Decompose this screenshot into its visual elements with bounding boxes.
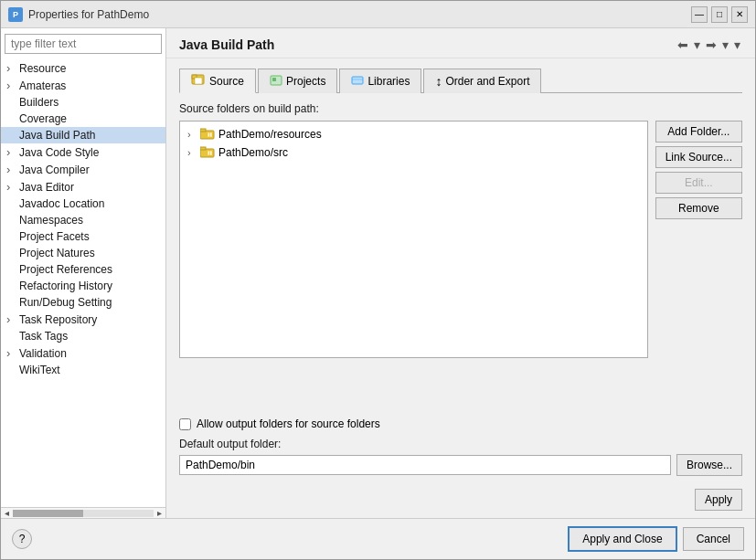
add-folder-button[interactable]: Add Folder...: [655, 121, 742, 143]
window-icon: P: [8, 7, 23, 22]
sidebar-item-java-compiler[interactable]: Java Compiler: [1, 161, 165, 178]
content-area: Source folders on build path: ›: [179, 102, 742, 476]
scroll-left-arrow[interactable]: ◂: [3, 508, 11, 518]
bottom-section: Allow output folders for source folders …: [179, 417, 742, 476]
output-row: Browse...: [179, 454, 742, 476]
side-buttons: Add Folder... Link Source... Edit... Rem…: [655, 121, 742, 408]
source-folders-label: Source folders on build path:: [179, 102, 742, 115]
sidebar-item-project-references[interactable]: Project References: [1, 261, 165, 278]
sidebar-item-resource[interactable]: Resource: [1, 59, 165, 77]
remove-button[interactable]: Remove: [655, 197, 742, 219]
source-tab-icon: [191, 73, 206, 89]
nav-arrows: ⬅ ▾ ➡ ▾ ▾: [676, 37, 742, 52]
apply-and-close-button[interactable]: Apply and Close: [568, 526, 676, 552]
edit-button[interactable]: Edit...: [655, 172, 742, 194]
scroll-right-arrow[interactable]: ▸: [155, 508, 164, 518]
allow-output-folders-checkbox[interactable]: [179, 418, 191, 430]
footer-left: ?: [12, 529, 32, 549]
tab-order-export[interactable]: ↕ Order and Export: [423, 69, 541, 93]
allow-output-folders-label: Allow output folders for source folders: [197, 417, 380, 430]
back-arrow-down-button[interactable]: ▾: [692, 37, 702, 52]
close-button[interactable]: ✕: [731, 6, 748, 23]
sidebar-item-javadoc-location[interactable]: Javadoc Location: [1, 195, 165, 212]
tab-source[interactable]: Source: [179, 69, 256, 93]
link-source-button[interactable]: Link Source...: [655, 146, 742, 168]
svg-rect-7: [352, 77, 363, 84]
tab-libraries[interactable]: Libraries: [339, 69, 421, 93]
sidebar-item-task-tags[interactable]: Task Tags: [1, 328, 165, 344]
back-arrow-button[interactable]: ⬅: [676, 37, 690, 52]
libraries-tab-label: Libraries: [367, 75, 410, 88]
forward-arrow-down-button[interactable]: ▾: [720, 37, 730, 52]
nav-list: ResourceAmaterasBuildersCoverageJava Bui…: [1, 59, 165, 507]
window-title: Properties for PathDemo: [28, 8, 691, 21]
sidebar-item-run-debug-settings[interactable]: Run/Debug Setting: [1, 294, 165, 311]
source-content: › PathDemo/resources: [179, 121, 742, 408]
sidebar-item-amateras[interactable]: Amateras: [1, 77, 165, 94]
apply-button[interactable]: Apply: [695, 489, 742, 511]
projects-tab-label: Projects: [286, 75, 325, 88]
panel-title: Java Build Path: [179, 37, 274, 52]
tree-item-resources[interactable]: › PathDemo/resources: [180, 125, 647, 143]
menu-arrow-button[interactable]: ▾: [732, 37, 742, 52]
sidebar: ResourceAmaterasBuildersCoverageJava Bui…: [1, 28, 166, 518]
sidebar-item-validation[interactable]: Validation: [1, 344, 165, 362]
maximize-button[interactable]: □: [711, 6, 728, 23]
svg-text:P: P: [13, 10, 18, 19]
main-content: ResourceAmaterasBuildersCoverageJava Bui…: [1, 28, 755, 518]
source-tree[interactable]: › PathDemo/resources: [179, 121, 648, 358]
panel-body: Source Projects: [166, 58, 755, 485]
tabs: Source Projects: [179, 68, 742, 93]
panel-header: Java Build Path ⬅ ▾ ➡ ▾ ▾: [166, 28, 755, 58]
default-output-input[interactable]: [179, 455, 671, 475]
forward-arrow-button[interactable]: ➡: [704, 37, 719, 52]
order-export-tab-icon: ↕: [435, 74, 442, 89]
cancel-button[interactable]: Cancel: [683, 527, 744, 551]
allow-output-folders-row: Allow output folders for source folders: [179, 417, 742, 430]
sidebar-item-project-facets[interactable]: Project Facets: [1, 228, 165, 245]
libraries-tab-icon: [351, 74, 364, 90]
scroll-thumb: [13, 510, 83, 517]
tree-expand-src: ›: [187, 147, 200, 158]
tree-expand-resources: ›: [187, 129, 200, 140]
sidebar-item-java-code-style[interactable]: Java Code Style: [1, 143, 165, 161]
sidebar-scrollbar[interactable]: ◂ ▸: [1, 507, 165, 518]
projects-tab-icon: [270, 74, 282, 90]
minimize-button[interactable]: —: [691, 6, 708, 23]
order-export-tab-label: Order and Export: [445, 75, 529, 88]
svg-rect-14: [200, 147, 206, 150]
svg-rect-4: [195, 78, 202, 84]
sidebar-item-java-editor[interactable]: Java Editor: [1, 178, 165, 195]
tree-item-src[interactable]: › PathDemo/src: [180, 143, 647, 162]
tree-item-resources-label: PathDemo/resources: [218, 128, 322, 141]
filter-input[interactable]: [5, 34, 162, 54]
folder-icon-src: [200, 145, 215, 160]
sidebar-item-project-natures[interactable]: Project Natures: [1, 245, 165, 261]
help-button[interactable]: ?: [12, 529, 32, 549]
folder-icon-resources: [200, 127, 215, 142]
svg-rect-10: [200, 129, 206, 132]
sidebar-item-task-repository[interactable]: Task Repository: [1, 311, 165, 328]
sidebar-item-refactoring-history[interactable]: Refactoring History: [1, 278, 165, 294]
sidebar-item-namespaces[interactable]: Namespaces: [1, 212, 165, 228]
title-bar: P Properties for PathDemo — □ ✕: [1, 1, 755, 28]
properties-window: P Properties for PathDemo — □ ✕ Resource…: [0, 0, 756, 560]
sidebar-item-builders[interactable]: Builders: [1, 94, 165, 111]
default-output-label: Default output folder:: [179, 438, 742, 450]
footer: ? Apply and Close Cancel: [1, 518, 755, 559]
right-panel: Java Build Path ⬅ ▾ ➡ ▾ ▾: [166, 28, 755, 518]
tab-projects[interactable]: Projects: [258, 69, 337, 93]
sidebar-item-wikitext[interactable]: WikiText: [1, 362, 165, 378]
scroll-track: [13, 510, 154, 517]
sidebar-item-coverage[interactable]: Coverage: [1, 111, 165, 127]
source-tab-label: Source: [209, 75, 244, 88]
browse-button[interactable]: Browse...: [676, 454, 742, 476]
svg-rect-6: [272, 78, 276, 81]
sidebar-item-java-build-path[interactable]: Java Build Path: [1, 127, 165, 143]
window-controls: — □ ✕: [691, 6, 748, 23]
tree-item-src-label: PathDemo/src: [218, 146, 288, 159]
